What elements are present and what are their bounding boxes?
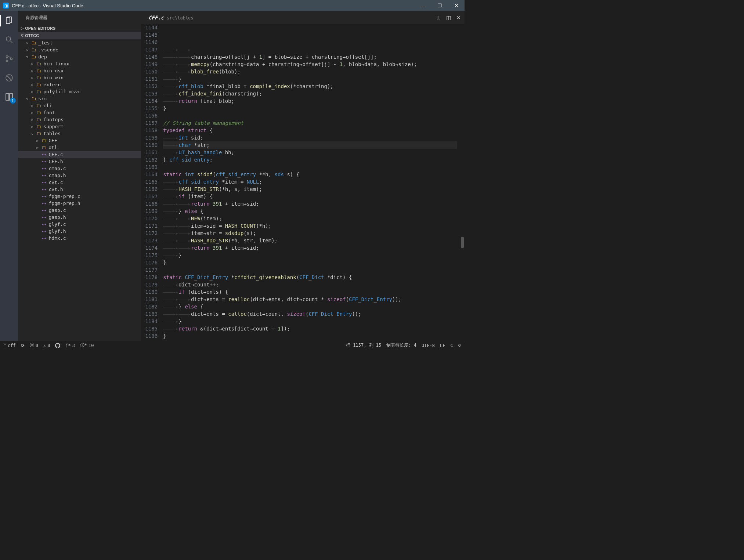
code-editor[interactable]: 1144114511461147114811491150115111521153… bbox=[141, 24, 465, 341]
more-actions-icon[interactable]: ✕ bbox=[456, 15, 461, 21]
code-line[interactable]: ————▸———▸ bbox=[163, 46, 457, 53]
code-line[interactable]: ————▸———▸return 391 + item→sid; bbox=[163, 200, 457, 207]
code-line[interactable]: } bbox=[163, 332, 457, 340]
tab-filename[interactable]: CFF.c bbox=[148, 15, 164, 21]
code-line[interactable]: ————▸if (dict→ents) { bbox=[163, 288, 457, 296]
folder-item[interactable]: ▷🗀bin-osx bbox=[18, 67, 141, 74]
folder-item[interactable]: ▷🗀font bbox=[18, 109, 141, 116]
project-section[interactable]: OTFCC bbox=[18, 32, 141, 39]
close-button[interactable]: ✕ bbox=[448, 0, 465, 11]
code-line[interactable]: ————▸} else { bbox=[163, 207, 457, 215]
warnings-status[interactable]: ⚠ 0 bbox=[43, 343, 50, 348]
sync-icon[interactable]: ⟳ bbox=[21, 343, 25, 348]
code-line[interactable]: ————▸dict→count++; bbox=[163, 281, 457, 288]
maximize-button[interactable]: ☐ bbox=[431, 0, 448, 11]
folder-item[interactable]: ▷🗀support bbox=[18, 123, 141, 130]
folder-item[interactable]: ▷🗀bin-win bbox=[18, 74, 141, 81]
folder-item[interactable]: ▷🗀fontops bbox=[18, 116, 141, 123]
folder-item[interactable]: ▽🗀dep bbox=[18, 53, 141, 60]
file-item[interactable]: ✦✦cvt.c bbox=[18, 179, 141, 186]
edits-icon[interactable]: 1 bbox=[3, 91, 15, 103]
folder-item[interactable]: ▷🗀cli bbox=[18, 102, 141, 109]
code-line[interactable] bbox=[163, 163, 457, 171]
file-item[interactable]: ✦✦cmap.c bbox=[18, 165, 141, 172]
code-line[interactable] bbox=[163, 112, 457, 119]
code-line[interactable]: typedef struct { bbox=[163, 127, 457, 134]
code-line[interactable]: ————▸UT_hash_handle hh; bbox=[163, 149, 457, 156]
code-line[interactable]: ————▸return final_blob; bbox=[163, 97, 457, 105]
folder-item[interactable]: ▷🗀bin-linux bbox=[18, 60, 141, 67]
scrollbar-thumb[interactable] bbox=[461, 237, 464, 248]
github-icon[interactable] bbox=[55, 343, 60, 348]
code-line[interactable]: ————▸cff_sid_entry *item = NULL; bbox=[163, 178, 457, 185]
explorer-icon[interactable] bbox=[3, 15, 15, 26]
folder-item[interactable]: ▷🗀otl bbox=[18, 144, 141, 151]
code-line[interactable]: ————▸———▸return 391 + item→sid; bbox=[163, 244, 457, 252]
file-tree[interactable]: ▷🗀_test▷🗀.vscode▽🗀dep▷🗀bin-linux▷🗀bin-os… bbox=[18, 39, 141, 341]
code-line[interactable]: ————▸} bbox=[163, 252, 457, 259]
code-line[interactable]: } bbox=[163, 259, 457, 266]
file-item[interactable]: ✦✦fpgm-prep.h bbox=[18, 200, 141, 207]
code-line[interactable]: ————▸} bbox=[163, 318, 457, 325]
file-item[interactable]: ✦✦CFF.c bbox=[18, 151, 141, 158]
folder-item[interactable]: ▽🗀src bbox=[18, 95, 141, 102]
code-line[interactable]: } bbox=[163, 105, 457, 112]
eol[interactable]: LF bbox=[440, 343, 445, 348]
folder-item[interactable]: ▷🗀extern bbox=[18, 81, 141, 88]
cursor-position[interactable]: 行 1157, 列 15 bbox=[346, 342, 381, 348]
code-line[interactable]: ————▸if (item) { bbox=[163, 193, 457, 200]
file-item[interactable]: ✦✦fpgm-prep.c bbox=[18, 193, 141, 200]
code-line[interactable]: ————▸char *str; bbox=[163, 141, 457, 149]
file-item[interactable]: ✦✦hdmx.c bbox=[18, 235, 141, 242]
folder-item[interactable]: ▷🗀_test bbox=[18, 39, 141, 46]
tab-size[interactable]: 制表符长度: 4 bbox=[386, 342, 416, 348]
encoding[interactable]: UTF-8 bbox=[422, 343, 435, 348]
language-mode[interactable]: C bbox=[451, 343, 453, 348]
code-line[interactable]: ————▸———▸blob_free(blob); bbox=[163, 68, 457, 75]
feedback-icon[interactable]: ☺ bbox=[458, 343, 461, 348]
code-line[interactable]: ————▸———▸item→sid = HASH_COUNT(*h); bbox=[163, 222, 457, 230]
code-line[interactable]: } cff_sid_entry; bbox=[163, 156, 457, 163]
folder-item[interactable]: ▽🗀tables bbox=[18, 130, 141, 137]
code-content[interactable]: ————▸———▸————▸———▸charstring→offset[j + … bbox=[163, 24, 465, 341]
code-line[interactable]: ————▸———▸item→str = sdsdup(s); bbox=[163, 230, 457, 237]
pull-requests-status[interactable]: ᚴ* 3 bbox=[65, 343, 75, 348]
code-line[interactable]: static void cffdict_input(CFF_Dict *dict… bbox=[163, 340, 457, 341]
folder-item[interactable]: ▷🗀.vscode bbox=[18, 46, 141, 53]
code-line[interactable]: ————▸———▸memcpy(charstring→data + charst… bbox=[163, 61, 457, 68]
source-control-icon[interactable] bbox=[3, 53, 15, 65]
folder-item[interactable]: ▷🗀CFF bbox=[18, 137, 141, 144]
git-branch-status[interactable]: ᛘ cff bbox=[4, 343, 16, 348]
folder-item[interactable]: ▷🗀polyfill-msvc bbox=[18, 88, 141, 95]
code-line[interactable]: ————▸———▸charstring→offset[j + 1] = blob… bbox=[163, 53, 457, 61]
code-line[interactable]: ————▸HASH_FIND_STR(*h, s, item); bbox=[163, 185, 457, 193]
split-editor-icon[interactable]: ◫ bbox=[446, 15, 451, 21]
code-line[interactable]: // String table management bbox=[163, 119, 457, 127]
errors-status[interactable]: ⓧ 0 bbox=[30, 342, 38, 348]
code-line[interactable]: ————▸cff_blob *final_blob = compile_inde… bbox=[163, 83, 457, 90]
minimize-button[interactable]: — bbox=[415, 0, 431, 11]
code-line[interactable]: ————▸} bbox=[163, 75, 457, 83]
code-line[interactable]: ————▸} else { bbox=[163, 303, 457, 310]
file-item[interactable]: ✦✦glyf.h bbox=[18, 228, 141, 235]
code-line[interactable]: ————▸———▸dict→ents = calloc(dict→count, … bbox=[163, 310, 457, 318]
file-item[interactable]: ✦✦CFF.h bbox=[18, 158, 141, 165]
debug-icon[interactable] bbox=[3, 72, 15, 84]
code-line[interactable]: ————▸return &(dict→ents[dict→count - 1])… bbox=[163, 325, 457, 332]
code-line[interactable]: ————▸int sid; bbox=[163, 134, 457, 141]
file-item[interactable]: ✦✦cvt.h bbox=[18, 186, 141, 193]
code-line[interactable]: ————▸———▸HASH_ADD_STR(*h, str, item); bbox=[163, 237, 457, 244]
code-line[interactable]: static CFF_Dict_Entry *cffdict_givemeabl… bbox=[163, 274, 457, 281]
code-line[interactable]: ————▸———▸NEW(item); bbox=[163, 215, 457, 222]
file-item[interactable]: ✦✦glyf.c bbox=[18, 221, 141, 228]
file-item[interactable]: ✦✦gasp.h bbox=[18, 214, 141, 221]
compare-changes-icon[interactable]: ⬚⃕ bbox=[437, 15, 441, 21]
code-line[interactable]: ————▸———▸dict→ents = realloc(dict→ents, … bbox=[163, 296, 457, 303]
code-line[interactable] bbox=[163, 266, 457, 274]
code-line[interactable]: static int sidof(cff_sid_entry **h, sds … bbox=[163, 171, 457, 178]
open-editors-section[interactable]: OPEN EDITORS bbox=[18, 25, 141, 32]
code-line[interactable]: ————▸cff_index_fini(charstring); bbox=[163, 90, 457, 97]
search-icon[interactable] bbox=[3, 34, 15, 46]
file-item[interactable]: ✦✦cmap.h bbox=[18, 172, 141, 179]
file-item[interactable]: ✦✦gasp.c bbox=[18, 207, 141, 214]
